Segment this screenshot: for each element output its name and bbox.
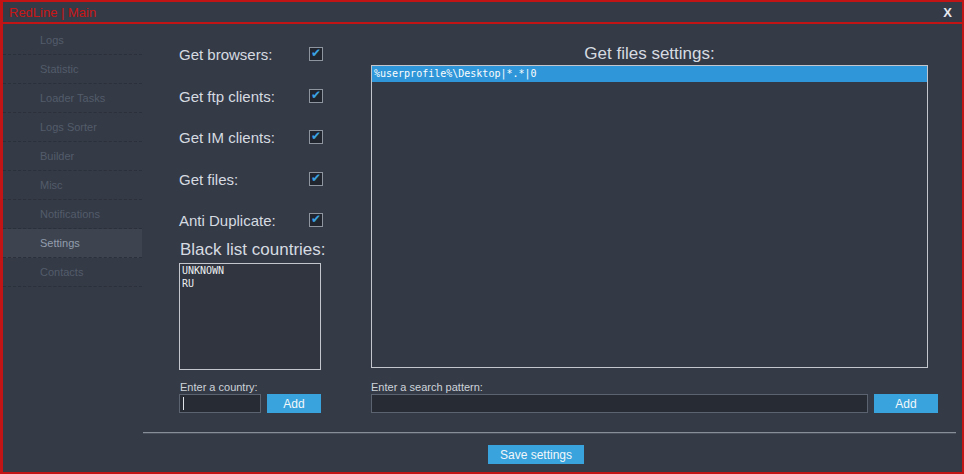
title-bar: RedLine | Main X (3, 2, 962, 24)
get-im-clients-checkbox[interactable]: ✔ (309, 130, 323, 144)
check-icon: ✔ (311, 213, 321, 225)
sidebar-item-logs-sorter[interactable]: Logs Sorter (3, 113, 142, 142)
country-input-label: Enter a country: (180, 381, 258, 393)
files-settings-listbox[interactable]: %userprofile%\Desktop|*.*|0 (371, 65, 928, 368)
blacklist-listbox[interactable]: UNKNOWN RU (179, 263, 321, 370)
text-caret (183, 397, 184, 410)
check-icon: ✔ (311, 47, 321, 59)
get-files-checkbox[interactable]: ✔ (309, 172, 323, 186)
app-window: RedLine | Main X Logs Statistic Loader T… (0, 0, 964, 474)
get-browsers-label: Get browsers: (179, 46, 272, 63)
sidebar-item-misc[interactable]: Misc (3, 171, 142, 200)
files-settings-title: Get files settings: (371, 44, 928, 64)
check-icon: ✔ (311, 130, 321, 142)
get-im-clients-label: Get IM clients: (179, 129, 275, 146)
anti-duplicate-label: Anti Duplicate: (179, 212, 276, 229)
sidebar-item-settings[interactable]: Settings (3, 229, 142, 258)
blacklist-item[interactable]: UNKNOWN (180, 264, 320, 277)
files-settings-item[interactable]: %userprofile%\Desktop|*.*|0 (372, 66, 927, 82)
option-row-anti-duplicate: Anti Duplicate: ✔ (179, 210, 323, 230)
search-pattern-input[interactable] (371, 394, 868, 413)
get-browsers-checkbox[interactable]: ✔ (309, 47, 323, 61)
save-settings-button[interactable]: Save settings (488, 445, 584, 464)
add-country-button[interactable]: Add (267, 394, 321, 413)
window-title: RedLine | Main (9, 5, 96, 20)
anti-duplicate-checkbox[interactable]: ✔ (309, 213, 323, 227)
sidebar-item-statistic[interactable]: Statistic (3, 55, 142, 84)
sidebar-nav: Logs Statistic Loader Tasks Logs Sorter … (3, 26, 142, 472)
sidebar-item-loader-tasks[interactable]: Loader Tasks (3, 84, 142, 113)
get-ftp-clients-checkbox[interactable]: ✔ (309, 89, 323, 103)
sidebar-item-builder[interactable]: Builder (3, 142, 142, 171)
check-icon: ✔ (311, 172, 321, 184)
footer-divider (143, 432, 956, 434)
blacklist-item[interactable]: RU (180, 277, 320, 290)
get-ftp-clients-label: Get ftp clients: (179, 88, 275, 105)
sidebar-item-notifications[interactable]: Notifications (3, 200, 142, 229)
option-row-get-browsers: Get browsers: ✔ (179, 44, 323, 64)
search-pattern-label: Enter a search pattern: (371, 381, 483, 393)
add-search-pattern-button[interactable]: Add (874, 394, 938, 413)
sidebar-item-logs[interactable]: Logs (3, 26, 142, 55)
option-row-get-im-clients: Get IM clients: ✔ (179, 127, 323, 147)
option-row-get-ftp-clients: Get ftp clients: ✔ (179, 86, 323, 106)
sidebar-item-contacts[interactable]: Contacts (3, 258, 142, 287)
blacklist-title: Black list countries: (180, 240, 326, 260)
get-files-label: Get files: (179, 171, 238, 188)
option-row-get-files: Get files: ✔ (179, 169, 323, 189)
check-icon: ✔ (311, 89, 321, 101)
country-input[interactable] (179, 394, 261, 413)
close-button[interactable]: X (943, 5, 952, 20)
